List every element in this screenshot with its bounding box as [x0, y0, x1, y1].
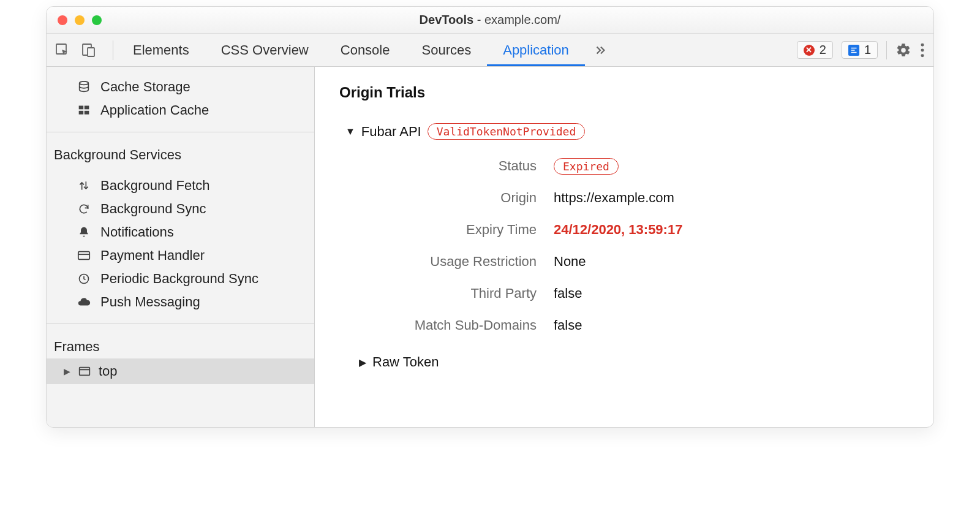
minimize-window-button[interactable] [75, 15, 85, 25]
application-sidebar: Cache Storage Application Cache Backgrou… [47, 67, 315, 427]
errors-count: 2 [820, 43, 826, 57]
field-label-origin: Origin [364, 190, 554, 206]
credit-card-icon [76, 249, 92, 262]
clock-icon [76, 273, 92, 285]
inspect-element-icon[interactable] [55, 43, 70, 58]
sync-icon [76, 203, 92, 215]
field-value-status: Expired [554, 158, 909, 174]
window-titlebar: DevTools - example.com/ [47, 7, 933, 34]
field-value-match-subdomains: false [554, 317, 909, 333]
window-title-site: example.com/ [484, 13, 561, 26]
cloud-icon [76, 295, 92, 309]
svg-rect-11 [78, 252, 89, 260]
frame-label: top [99, 363, 118, 379]
sidebar-item-label: Notifications [100, 224, 174, 240]
svg-rect-2 [88, 48, 94, 56]
up-down-arrows-icon [76, 180, 92, 192]
svg-point-5 [921, 54, 924, 57]
window-title-sep: - [473, 13, 484, 26]
device-toolbar-icon[interactable] [81, 43, 96, 58]
tab-application[interactable]: Application [487, 34, 585, 66]
field-value-expiry: 24/12/2020, 13:59:17 [554, 222, 909, 238]
sidebar-section-frames[interactable]: Frames [47, 328, 314, 358]
sidebar-item-label: Periodic Background Sync [100, 271, 258, 287]
field-label-third-party: Third Party [364, 286, 554, 301]
issues-count: 1 [864, 43, 871, 57]
panel-body: Cache Storage Application Cache Backgrou… [47, 67, 933, 427]
sidebar-item-push-messaging[interactable]: Push Messaging [47, 290, 314, 314]
field-label-match-subdomains: Match Sub-Domains [364, 317, 554, 333]
field-label-status: Status [364, 158, 554, 174]
more-options-icon[interactable] [920, 42, 925, 58]
zoom-window-button[interactable] [92, 15, 102, 25]
field-value-origin: https://example.com [554, 190, 909, 206]
sidebar-item-label: Application Cache [100, 102, 209, 118]
sidebar-divider [47, 132, 314, 132]
sidebar-item-label: Cache Storage [100, 79, 190, 95]
settings-icon[interactable] [895, 42, 911, 58]
raw-token-row[interactable]: ▶ Raw Token [359, 354, 909, 370]
tab-css-overview[interactable]: CSS Overview [205, 34, 325, 66]
sidebar-item-label: Background Fetch [100, 178, 210, 194]
svg-rect-7 [79, 106, 84, 110]
issues-icon [848, 45, 859, 56]
grid-icon [76, 104, 92, 116]
field-value-third-party: false [554, 286, 909, 301]
window-title-app: DevTools [420, 13, 474, 26]
field-label-expiry: Expiry Time [364, 222, 554, 238]
sidebar-item-frame-top[interactable]: ▶ top [47, 358, 314, 384]
bell-icon [76, 226, 92, 238]
field-value-usage-restriction: None [554, 254, 909, 270]
window-icon [77, 365, 92, 378]
toolbar-separator [113, 40, 113, 60]
panel-heading: Origin Trials [339, 84, 909, 101]
disclosure-triangle-closed-icon[interactable]: ▶ [359, 357, 366, 368]
devtools-toolbar: Elements CSS Overview Console Sources Ap… [47, 34, 933, 67]
svg-rect-9 [79, 111, 84, 115]
sidebar-item-label: Payment Handler [100, 248, 205, 263]
origin-trials-panel: Origin Trials ▼ Fubar API ValidTokenNotP… [315, 67, 933, 427]
tab-elements[interactable]: Elements [117, 34, 205, 66]
origin-trial-details: Status Expired Origin https://example.co… [364, 158, 909, 333]
svg-rect-8 [85, 106, 89, 110]
window-title: DevTools - example.com/ [47, 13, 933, 27]
sidebar-divider [47, 324, 314, 324]
svg-point-3 [921, 43, 924, 46]
field-label-usage-restriction: Usage Restriction [364, 254, 554, 270]
sidebar-item-background-fetch[interactable]: Background Fetch [47, 174, 314, 197]
sidebar-item-label: Background Sync [100, 201, 206, 217]
raw-token-label: Raw Token [372, 354, 439, 370]
sidebar-item-cache-storage[interactable]: Cache Storage [47, 75, 314, 99]
sidebar-section-background-services[interactable]: Background Services [47, 136, 314, 169]
database-icon [76, 80, 92, 94]
panel-tabs: Elements CSS Overview Console Sources Ap… [117, 34, 616, 66]
close-window-button[interactable] [58, 15, 67, 25]
origin-trial-row[interactable]: ▼ Fubar API ValidTokenNotProvided [339, 123, 909, 140]
issues-badge[interactable]: 1 [842, 41, 878, 59]
token-status-pill: ValidTokenNotProvided [428, 123, 586, 140]
toolbar-separator [886, 41, 887, 59]
sidebar-item-label: Push Messaging [100, 294, 200, 310]
expand-triangle-icon[interactable]: ▶ [64, 366, 70, 376]
sidebar-item-background-sync[interactable]: Background Sync [47, 197, 314, 221]
svg-point-4 [921, 48, 924, 51]
tab-sources[interactable]: Sources [405, 34, 487, 66]
sidebar-item-application-cache[interactable]: Application Cache [47, 99, 314, 122]
disclosure-triangle-open-icon[interactable]: ▼ [345, 126, 355, 137]
errors-badge[interactable]: ✕ 2 [797, 41, 833, 59]
sidebar-item-payment-handler[interactable]: Payment Handler [47, 244, 314, 267]
svg-rect-10 [85, 111, 89, 115]
devtools-window: DevTools - example.com/ [46, 6, 934, 428]
error-icon: ✕ [804, 45, 815, 56]
tab-console[interactable]: Console [325, 34, 406, 66]
origin-trial-name: Fubar API [361, 124, 421, 140]
more-tabs-button[interactable] [585, 34, 616, 66]
traffic-lights [47, 15, 102, 25]
status-pill: Expired [554, 158, 619, 175]
svg-rect-14 [80, 368, 90, 376]
sidebar-item-notifications[interactable]: Notifications [47, 221, 314, 244]
sidebar-item-periodic-background-sync[interactable]: Periodic Background Sync [47, 267, 314, 290]
svg-point-6 [80, 81, 89, 85]
